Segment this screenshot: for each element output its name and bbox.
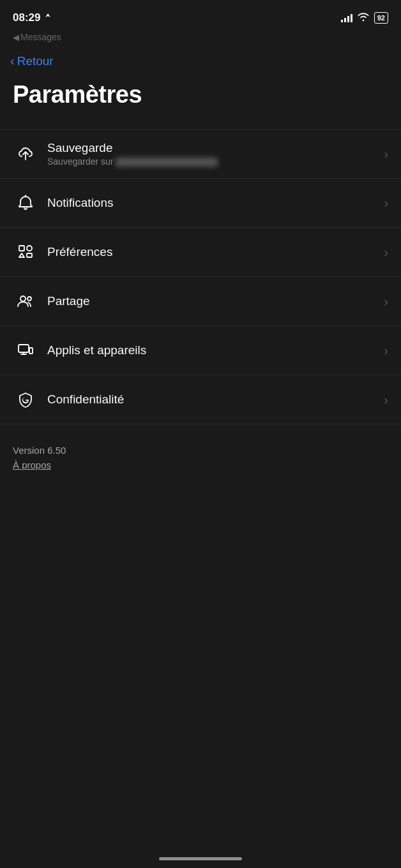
menu-title-partage: Partage: [47, 294, 384, 308]
menu-subtitle-sauvegarde: Sauvegarder sur: [47, 156, 384, 167]
chevron-right-icon: ›: [384, 343, 388, 358]
footer: Version 6.50 À propos: [0, 424, 401, 483]
devices-icon: [13, 338, 38, 363]
menu-text-confidentialite: Confidentialité: [47, 393, 384, 407]
chevron-right-icon: ›: [384, 245, 388, 260]
chevron-right-icon: ›: [384, 294, 388, 309]
svg-rect-2: [19, 246, 24, 251]
back-navigation[interactable]: ‹ Retour: [0, 49, 401, 79]
menu-list: Sauvegarde Sauvegarder sur › Notificatio…: [0, 129, 401, 424]
status-time: 08:29: [13, 11, 51, 24]
shield-icon: [13, 387, 38, 412]
menu-title-confidentialite: Confidentialité: [47, 393, 384, 407]
menu-text-notifications: Notifications: [47, 196, 384, 210]
svg-point-3: [27, 246, 32, 251]
signal-bars-icon: [341, 13, 352, 22]
location-icon: [45, 13, 51, 22]
menu-item-applis[interactable]: Applis et appareils ›: [0, 326, 401, 375]
status-right: 92: [341, 12, 388, 24]
chevron-right-icon: ›: [384, 393, 388, 407]
chevron-right-icon: ›: [384, 196, 388, 211]
battery-indicator: 92: [374, 12, 388, 24]
messages-nav: ◀ Messages: [0, 31, 401, 49]
status-bar: 08:29 92: [0, 0, 401, 31]
share-users-icon: [13, 288, 38, 314]
menu-title-applis: Applis et appareils: [47, 343, 384, 357]
preferences-icon: [13, 239, 38, 265]
menu-title-notifications: Notifications: [47, 196, 384, 210]
wifi-icon: [358, 13, 369, 24]
back-label[interactable]: Retour: [17, 54, 54, 68]
page-title: Paramètres: [0, 79, 401, 129]
menu-text-sauvegarde: Sauvegarde Sauvegarder sur: [47, 141, 384, 167]
back-chevron-icon: ‹: [10, 54, 15, 68]
menu-item-confidentialite[interactable]: Confidentialité ›: [0, 375, 401, 424]
chevron-right-icon: ›: [384, 147, 388, 161]
back-arrow-small: ◀: [13, 33, 19, 42]
version-text: Version 6.50: [13, 445, 388, 456]
menu-text-applis: Applis et appareils: [47, 343, 384, 357]
svg-point-6: [27, 297, 31, 301]
menu-title-preferences: Préférences: [47, 245, 384, 259]
menu-item-partage[interactable]: Partage ›: [0, 277, 401, 326]
blurred-account: [116, 158, 218, 167]
apropos-link[interactable]: À propos: [13, 460, 388, 470]
menu-item-notifications[interactable]: Notifications ›: [0, 179, 401, 228]
menu-title-sauvegarde: Sauvegarde: [47, 141, 384, 155]
svg-rect-10: [29, 348, 33, 354]
bell-icon: [13, 190, 38, 216]
menu-text-partage: Partage: [47, 294, 384, 308]
menu-item-preferences[interactable]: Préférences ›: [0, 228, 401, 277]
cloud-upload-icon: [13, 141, 38, 167]
svg-rect-7: [19, 345, 29, 352]
menu-item-sauvegarde[interactable]: Sauvegarde Sauvegarder sur ›: [0, 129, 401, 179]
home-indicator: [159, 857, 242, 860]
svg-point-5: [20, 296, 26, 301]
svg-rect-4: [27, 253, 32, 257]
menu-text-preferences: Préférences: [47, 245, 384, 259]
